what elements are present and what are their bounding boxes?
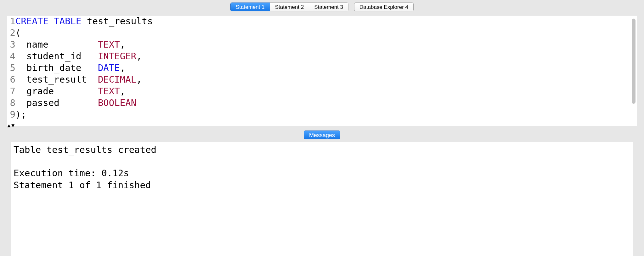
code-line[interactable]: 2( xyxy=(9,27,637,39)
code-token: birth_date xyxy=(15,62,98,73)
code-token: DECIMAL xyxy=(98,74,136,85)
code-token: INTEGER xyxy=(98,51,136,61)
code-token: passed xyxy=(15,97,98,108)
tab-group-statements: Statement 1Statement 2Statement 3 xyxy=(230,3,348,11)
code-line[interactable]: 5 birth_date DATE, xyxy=(9,62,637,74)
code-token: name xyxy=(15,39,98,50)
messages-panel: Table test_results created Execution tim… xyxy=(11,142,633,256)
code-line[interactable]: 4 student_id INTEGER, xyxy=(9,50,637,62)
tab-group-extra: Database Explorer 4 xyxy=(348,3,414,11)
code-token: ); xyxy=(15,109,26,120)
tab-statement-3[interactable]: Statement 3 xyxy=(309,3,348,11)
tab-bar: Statement 1Statement 2Statement 3 Databa… xyxy=(0,0,644,12)
code-token: test_result xyxy=(15,74,98,85)
line-number: 5 xyxy=(9,62,15,74)
code-token: TEXT xyxy=(98,86,120,96)
code-line[interactable]: 1CREATE TABLE test_results xyxy=(9,15,637,27)
tab-database-explorer-4[interactable]: Database Explorer 4 xyxy=(354,3,414,11)
code-token: ( xyxy=(15,27,21,38)
code-token: TEXT xyxy=(98,39,120,50)
messages-tab[interactable]: Messages xyxy=(304,131,340,139)
code-line[interactable]: 7 grade TEXT, xyxy=(9,85,637,97)
messages-text: Table test_results created Execution tim… xyxy=(14,144,630,191)
tab-statement-2[interactable]: Statement 2 xyxy=(270,3,309,11)
code-token: grade xyxy=(15,86,98,96)
code-line[interactable]: 9); xyxy=(9,109,637,120)
line-number: 3 xyxy=(9,39,15,50)
sql-editor-content[interactable]: 1CREATE TABLE test_results2(3 name TEXT,… xyxy=(7,15,637,120)
editor-scrollbar[interactable] xyxy=(632,19,636,104)
line-number: 6 xyxy=(9,74,15,85)
code-token: , xyxy=(136,74,142,85)
line-number: 4 xyxy=(9,50,15,62)
line-number: 7 xyxy=(9,85,15,97)
splitter-handle[interactable]: ▲▼ xyxy=(6,124,14,127)
code-token: test_results xyxy=(82,16,153,26)
line-number: 9 xyxy=(9,109,15,120)
code-token: DATE xyxy=(98,62,120,73)
sql-editor[interactable]: 1CREATE TABLE test_results2(3 name TEXT,… xyxy=(7,15,637,126)
line-number: 8 xyxy=(9,97,15,109)
line-number: 1 xyxy=(9,15,15,27)
line-number: 2 xyxy=(9,27,15,39)
code-token: CREATE TABLE xyxy=(15,16,82,26)
code-token: BOOLEAN xyxy=(98,97,136,108)
tab-statement-1[interactable]: Statement 1 xyxy=(230,3,270,11)
code-token: student_id xyxy=(15,51,98,61)
code-line[interactable]: 8 passed BOOLEAN xyxy=(9,97,637,109)
code-line[interactable]: 3 name TEXT, xyxy=(9,39,637,50)
code-token: , xyxy=(120,86,125,96)
code-token: , xyxy=(136,51,142,61)
code-token: , xyxy=(120,62,125,73)
code-token: , xyxy=(120,39,125,50)
code-line[interactable]: 6 test_result DECIMAL, xyxy=(9,74,637,85)
